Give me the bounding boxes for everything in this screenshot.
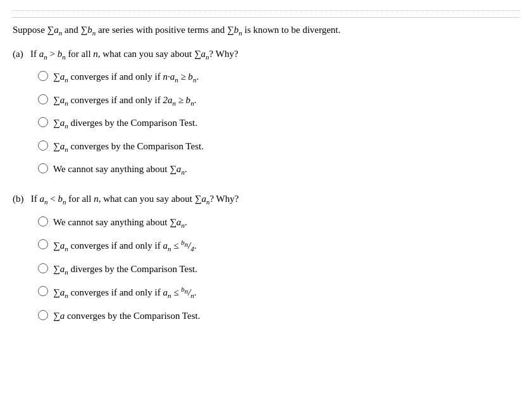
- option-a1[interactable]: ∑an converges if and only if n·an ≥ bn.: [38, 69, 519, 86]
- option-a5[interactable]: We cannot say anything about ∑an.: [38, 161, 519, 178]
- sum-an-header: ∑an: [47, 25, 63, 35]
- option-b3-text: ∑an diverges by the Comparison Test.: [53, 261, 197, 278]
- part-a-section: (a) If an > bn for all n, what can you s…: [13, 46, 519, 179]
- top-divider: [13, 10, 519, 11]
- radio-b5[interactable]: [38, 310, 48, 320]
- option-b5-text: ∑a converges by the Comparison Test.: [53, 308, 200, 323]
- radio-a5[interactable]: [38, 163, 48, 173]
- option-b5[interactable]: ∑a converges by the Comparison Test.: [38, 308, 519, 323]
- radio-a1[interactable]: [38, 71, 48, 81]
- part-b-section: (b) If an < bn for all n, what can you s…: [13, 191, 519, 323]
- header-text: Suppose ∑an and ∑bn are series with posi…: [13, 25, 340, 35]
- option-b1-text: We cannot say anything about ∑an.: [53, 215, 187, 232]
- option-b1[interactable]: We cannot say anything about ∑an.: [38, 215, 519, 232]
- option-a2-text: ∑an converges if and only if 2an ≥ bn.: [53, 92, 196, 109]
- header-section: Suppose ∑an and ∑bn are series with posi…: [13, 17, 519, 39]
- option-b2-text: ∑an converges if and only if an ≤ bn/4.: [53, 237, 197, 255]
- sum-bn2-header: ∑bn: [227, 25, 242, 35]
- part-b-question: (b) If an < bn for all n, what can you s…: [13, 191, 519, 208]
- radio-a2[interactable]: [38, 94, 48, 104]
- option-b4-text: ∑an converges if and only if an ≤ bn/n.: [53, 284, 197, 302]
- radio-a3[interactable]: [38, 117, 48, 127]
- option-a2[interactable]: ∑an converges if and only if 2an ≥ bn.: [38, 92, 519, 109]
- part-b-label: (b): [13, 194, 24, 204]
- radio-b3[interactable]: [38, 263, 48, 273]
- option-b4[interactable]: ∑an converges if and only if an ≤ bn/n.: [38, 284, 519, 302]
- radio-b4[interactable]: [38, 286, 48, 296]
- part-a-options: ∑an converges if and only if n·an ≥ bn. …: [38, 69, 519, 178]
- option-a4-text: ∑an converges by the Comparison Test.: [53, 139, 204, 156]
- part-a-label: (a): [13, 49, 23, 59]
- option-a4[interactable]: ∑an converges by the Comparison Test.: [38, 139, 519, 156]
- radio-a4[interactable]: [38, 140, 48, 151]
- option-b3[interactable]: ∑an diverges by the Comparison Test.: [38, 261, 519, 278]
- option-a3[interactable]: ∑an diverges by the Comparison Test.: [38, 115, 519, 132]
- and-text: and: [65, 25, 78, 35]
- radio-b1[interactable]: [38, 216, 48, 227]
- option-a1-text: ∑an converges if and only if n·an ≥ bn.: [53, 69, 199, 86]
- part-b-options: We cannot say anything about ∑an. ∑an co…: [38, 215, 519, 323]
- part-a-question: (a) If an > bn for all n, what can you s…: [13, 46, 519, 63]
- radio-b2[interactable]: [38, 239, 48, 249]
- option-b2[interactable]: ∑an converges if and only if an ≤ bn/4.: [38, 237, 519, 255]
- sum-bn-header: ∑bn: [80, 25, 96, 35]
- option-a3-text: ∑an diverges by the Comparison Test.: [53, 115, 197, 132]
- option-a5-text: We cannot say anything about ∑an.: [53, 161, 187, 178]
